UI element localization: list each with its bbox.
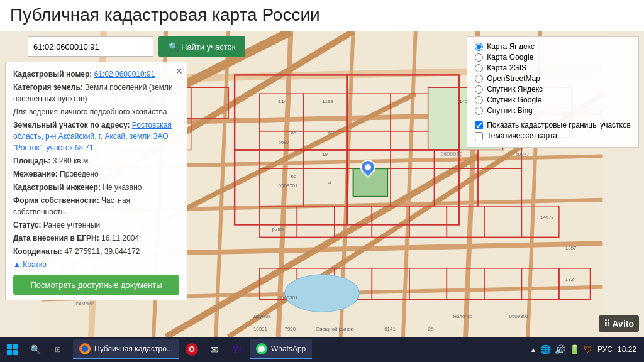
layer-yandex-sat[interactable]: Спутник Яндекс (475, 85, 631, 94)
layer-cadastral-checkbox[interactable]: Показать кадастровые границы участков (475, 121, 631, 129)
avito-logo: ⠿ Avito (604, 319, 634, 329)
svg-text:0506301: 0506301 (279, 295, 298, 300)
layer-thematic-checkbox[interactable]: Тематическая карта (475, 131, 631, 140)
purpose-row: Для ведения личного подсобного хозяйства (13, 106, 179, 118)
page-title: Публичная кадастровая карта России (0, 0, 644, 28)
brief-row: ▲ Кратко (13, 259, 179, 270)
avito-badge: ⠿ Avito (599, 315, 639, 332)
taskbar-browser-app[interactable]: Публичная кадастро... (73, 339, 179, 359)
surveying-value: Проведено (60, 170, 99, 178)
svg-text:САМЛИР: САМЛИР (75, 302, 94, 306)
layer-bing-sat-radio[interactable] (475, 107, 483, 115)
cadastral-checkbox[interactable] (475, 121, 483, 129)
engineer-value: Не указано (103, 183, 142, 192)
status-row: Статус: Ранее учтенный (13, 219, 179, 231)
svg-text:7920: 7920 (284, 326, 296, 332)
layer-yandex-sat-label: Спутник Яндекс (487, 85, 543, 94)
task-view-button[interactable]: ⊞ (48, 339, 68, 359)
layer-yandex-label: Карта Яндекс (487, 42, 535, 51)
svg-text:66: 66 (291, 173, 296, 179)
layer-google-sat-label: Спутник Google (487, 96, 541, 104)
date-row: Дата внесения в ЕГРН: 16.11.2004 (13, 233, 179, 244)
start-button[interactable] (3, 339, 23, 359)
network-icon: 🌐 (540, 344, 551, 354)
svg-text:132: 132 (565, 277, 574, 282)
search-bar: 🔍 Найти участок (28, 36, 245, 57)
layer-yandex-radio[interactable] (475, 43, 483, 51)
search-button[interactable]: 🔍 Найти участок (158, 36, 245, 57)
main-content: Публичная кадастровая карта России (0, 0, 644, 337)
layer-bing-sat[interactable]: Спутник Bing (475, 106, 631, 115)
layer-osm-label: OpenStreetMap (487, 74, 540, 83)
system-tray: ▲ 🌐 🔊 🔋 🛡 (530, 344, 592, 354)
layer-google-radio[interactable] (475, 53, 483, 62)
layer-divider (475, 118, 631, 118)
docs-button[interactable]: Посмотреть доступные документы (13, 275, 179, 295)
language-indicator[interactable]: РУС (597, 345, 613, 354)
svg-text:10391: 10391 (253, 326, 268, 332)
svg-point-63 (284, 275, 359, 312)
thematic-checkbox[interactable] (475, 132, 483, 140)
layer-google-sat-radio[interactable] (475, 96, 483, 104)
taskbar: 🔍 ⊞ Публичная кадастро... O ✉ Y! (0, 337, 644, 362)
category-label: Категория земель: (13, 83, 83, 92)
whatsapp-app[interactable]: WhatsApp (250, 339, 312, 359)
surveying-row: Межевание: Проведено (13, 168, 179, 180)
address-row: Земельный участок по адресу: Ростовская … (13, 119, 179, 153)
svg-text:0508701: 0508701 (279, 183, 298, 189)
close-button[interactable]: ✕ (175, 65, 183, 78)
brief-link[interactable]: ▲ Кратко (13, 260, 47, 269)
layer-google-map[interactable]: Карта Google (475, 53, 631, 62)
svg-text:Яблочко: Яблочко (453, 314, 473, 319)
search-input[interactable] (28, 36, 153, 57)
svg-text:114: 114 (279, 99, 287, 104)
area-value: 3 280 кв.м. (53, 156, 91, 165)
cadastral-number-link[interactable]: 61:02:0600010:91 (94, 70, 155, 79)
browser-label: Публичная кадастро... (94, 344, 173, 353)
layer-bing-sat-label: Спутник Bing (487, 106, 533, 115)
svg-text:14677: 14677 (540, 214, 554, 220)
firefox-icon (79, 343, 91, 354)
taskbar-left: 🔍 ⊞ Публичная кадастро... O ✉ Y! (3, 339, 312, 359)
engineer-row: Кадастровый инженер: Не указано (13, 182, 179, 193)
speaker-icon: 🔊 (555, 344, 565, 354)
svg-text:25: 25 (428, 326, 434, 332)
search-icon: 🔍 (169, 42, 179, 52)
layer-2gis-label: Карта 2GIS (487, 63, 526, 72)
windows-icon (7, 344, 18, 355)
coords-label: Координаты: (13, 247, 62, 256)
svg-rect-102 (7, 350, 12, 355)
coords-value: 47.275911, 39.844172 (64, 247, 140, 256)
surveying-label: Межевание: (13, 170, 58, 178)
layer-2gis-radio[interactable] (475, 64, 483, 72)
purpose-value: Для ведения личного подсобного хозяйства (13, 107, 167, 116)
svg-text:0509301: 0509301 (509, 314, 529, 319)
layer-osm-map[interactable]: OpenStreetMap (475, 74, 631, 83)
svg-text:1357: 1357 (565, 245, 577, 251)
cadastral-label: Показать кадастровые границы участков (487, 121, 631, 129)
layer-yandex-sat-radio[interactable] (475, 85, 483, 94)
layer-panel: Карта Яндекс Карта Google Карта 2GIS Ope… (467, 36, 639, 148)
layer-yandex-map[interactable]: Карта Яндекс (475, 42, 631, 51)
layer-google-sat[interactable]: Спутник Google (475, 96, 631, 104)
svg-text:60: 60 (328, 130, 334, 136)
mail-button[interactable]: ✉ (204, 339, 225, 359)
tray-arrow[interactable]: ▲ (530, 346, 536, 353)
date-value: 16.11.2004 (101, 234, 139, 243)
info-panel: ✕ Кадастровый номер: 61:02:0600010:91 Ка… (5, 62, 187, 300)
date-label: Дата внесения в ЕГРН: (13, 234, 99, 243)
layer-osm-radio[interactable] (475, 75, 483, 83)
opera-button[interactable]: O (182, 339, 202, 359)
screen: Публичная кадастровая карта России (0, 0, 644, 362)
cadastral-number-row: Кадастровый номер: 61:02:0600010:91 (13, 69, 179, 80)
ownership-label: Форма собственности: (13, 196, 99, 205)
svg-text:рынок: рынок (272, 227, 286, 232)
category-row: Категория земель: Земли поселений (земли… (13, 82, 179, 104)
svg-text:60077: 60077 (515, 151, 529, 157)
coords-row: Координаты: 47.275911, 39.844172 (13, 246, 179, 257)
svg-text:19: 19 (322, 151, 328, 157)
svg-text:66: 66 (291, 130, 296, 136)
taskbar-search-button[interactable]: 🔍 (25, 339, 45, 359)
layer-2gis-map[interactable]: Карта 2GIS (475, 63, 631, 72)
yahoo-button[interactable]: Y! (227, 339, 247, 359)
